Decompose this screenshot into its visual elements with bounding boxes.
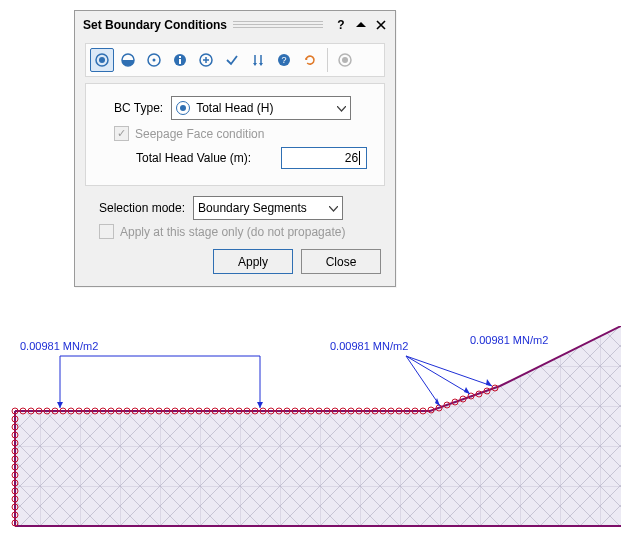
tool-question-circle-icon[interactable]: ? [272, 48, 296, 72]
text-cursor [359, 151, 360, 165]
svg-point-4 [153, 59, 156, 62]
apply-button[interactable]: Apply [213, 249, 293, 274]
tool-disabled-circle-icon [333, 48, 357, 72]
bc-toolbar: ? [85, 43, 385, 77]
chevron-down-icon [329, 201, 338, 215]
tool-reset-icon[interactable] [298, 48, 322, 72]
form-panel: BC Type: Total Head (H) ✓ Seepage Face c… [85, 83, 385, 186]
tool-filled-circle-icon[interactable] [90, 48, 114, 72]
svg-rect-6 [179, 56, 181, 58]
tool-plus-circle-icon[interactable] [194, 48, 218, 72]
dialog-titlebar[interactable]: Set Boundary Conditions ? [75, 11, 395, 37]
total-head-input[interactable]: 26 [281, 147, 367, 169]
selection-mode-label: Selection mode: [99, 201, 185, 215]
tool-open-circle-icon[interactable] [142, 48, 166, 72]
radio-dot-icon [176, 101, 190, 115]
propagate-checkbox [99, 224, 114, 239]
seepage-checkbox: ✓ [114, 126, 129, 141]
rollup-button[interactable] [353, 17, 369, 33]
tool-double-arrow-down-icon[interactable] [246, 48, 270, 72]
propagate-label: Apply at this stage only (do not propaga… [120, 225, 345, 239]
bc-type-label: BC Type: [114, 101, 163, 115]
total-head-value: 26 [345, 151, 358, 165]
load-label-2: 0.00981 MN/m2 [330, 340, 408, 352]
boundary-conditions-dialog: Set Boundary Conditions ? [74, 10, 396, 287]
help-button[interactable]: ? [333, 17, 349, 33]
tool-half-circle-icon[interactable] [116, 48, 140, 72]
selection-mode-select[interactable]: Boundary Segments [193, 196, 343, 220]
total-head-label: Total Head Value (m): [136, 151, 251, 165]
close-button[interactable]: Close [301, 249, 381, 274]
svg-rect-14 [0, 326, 621, 547]
bc-type-select[interactable]: Total Head (H) [171, 96, 351, 120]
load-label-1: 0.00981 MN/m2 [20, 340, 98, 352]
title-grip[interactable] [233, 21, 323, 29]
checkmark-icon: ✓ [117, 128, 126, 139]
dialog-buttons: Apply Close [89, 249, 381, 274]
seepage-label: Seepage Face condition [135, 127, 264, 141]
svg-text:?: ? [281, 55, 286, 65]
mesh-diagram: 0.00981 MN/m2 0.00981 MN/m2 0.00981 MN/m… [0, 326, 621, 547]
tool-check-icon[interactable] [220, 48, 244, 72]
svg-point-1 [99, 57, 105, 63]
bc-type-value: Total Head (H) [196, 101, 273, 115]
close-x-button[interactable] [373, 17, 389, 33]
dialog-title: Set Boundary Conditions [83, 18, 227, 32]
load-label-3: 0.00981 MN/m2 [470, 334, 548, 346]
svg-point-12 [342, 57, 348, 63]
toolbar-separator [327, 48, 328, 72]
tool-info-circle-icon[interactable] [168, 48, 192, 72]
selection-mode-value: Boundary Segments [198, 201, 307, 215]
svg-rect-7 [179, 59, 181, 64]
chevron-down-icon [337, 101, 346, 115]
